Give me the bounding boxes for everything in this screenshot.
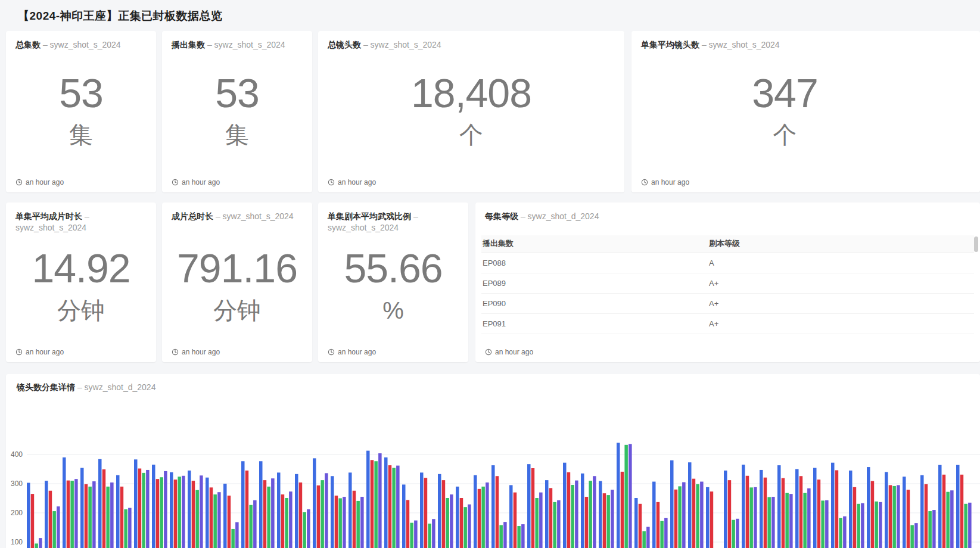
bar-green[interactable] (35, 543, 38, 548)
bar-green[interactable] (142, 473, 145, 548)
bar-purple[interactable] (646, 527, 650, 548)
bar-red[interactable] (567, 472, 571, 548)
bar-green[interactable] (410, 523, 413, 548)
bar-red[interactable] (478, 489, 481, 548)
bar-green[interactable] (249, 505, 253, 548)
bar-green[interactable] (964, 504, 967, 548)
bar-red[interactable] (371, 460, 374, 548)
bar-blue[interactable] (599, 481, 602, 548)
bar-red[interactable] (67, 481, 70, 548)
bar-blue[interactable] (313, 458, 316, 548)
bar-green[interactable] (767, 497, 771, 548)
bar-red[interactable] (210, 487, 213, 548)
bar-red[interactable] (424, 478, 428, 548)
bar-purple[interactable] (754, 487, 757, 548)
bar-red[interactable] (960, 475, 964, 548)
bar-purple[interactable] (74, 479, 78, 548)
bar-green[interactable] (267, 487, 270, 548)
bar-green[interactable] (642, 531, 646, 548)
bar-blue[interactable] (545, 480, 549, 548)
bar-purple[interactable] (539, 493, 543, 548)
bar-red[interactable] (85, 484, 88, 548)
bar-purple[interactable] (897, 485, 900, 548)
bar-blue[interactable] (849, 471, 853, 548)
bar-blue[interactable] (688, 462, 692, 548)
bar-blue[interactable] (63, 457, 66, 548)
bar-purple[interactable] (486, 482, 489, 548)
bar-red[interactable] (496, 476, 499, 548)
bar-purple[interactable] (57, 506, 60, 548)
bar-blue[interactable] (116, 475, 120, 548)
bar-red[interactable] (335, 496, 338, 548)
bar-red[interactable] (156, 479, 160, 548)
bar-green[interactable] (124, 509, 127, 548)
bar-green[interactable] (589, 481, 592, 548)
bar-blue[interactable] (45, 481, 48, 548)
bar-purple[interactable] (360, 497, 364, 548)
bar-purple[interactable] (629, 444, 632, 548)
bar-purple[interactable] (521, 524, 525, 548)
bar-green[interactable] (195, 490, 199, 548)
bar-red[interactable] (692, 479, 696, 548)
bar-green[interactable] (70, 481, 74, 548)
bar-purple[interactable] (843, 516, 847, 548)
bar-green[interactable] (374, 461, 378, 548)
bar-purple[interactable] (289, 491, 293, 548)
column-header-episode[interactable]: 播出集数 (481, 235, 708, 253)
bar-red[interactable] (764, 478, 767, 548)
bar-purple[interactable] (182, 476, 185, 548)
bar-purple[interactable] (468, 505, 471, 548)
bar-green[interactable] (392, 468, 396, 548)
bar-green[interactable] (803, 493, 807, 548)
bar-purple[interactable] (950, 490, 954, 548)
bar-red[interactable] (31, 494, 35, 548)
bar-green[interactable] (678, 486, 682, 548)
bar-green[interactable] (535, 498, 539, 548)
bar-purple[interactable] (307, 509, 310, 548)
bar-red[interactable] (871, 481, 875, 548)
bar-blue[interactable] (777, 465, 781, 548)
bar-green[interactable] (463, 507, 467, 548)
bar-blue[interactable] (563, 463, 567, 548)
bar-blue[interactable] (420, 472, 424, 548)
bar-green[interactable] (624, 445, 628, 548)
bar-green[interactable] (553, 502, 556, 548)
bar-purple[interactable] (253, 500, 257, 548)
bar-green[interactable] (356, 501, 360, 548)
bar-blue[interactable] (438, 474, 441, 548)
bar-purple[interactable] (771, 497, 775, 548)
bar-blue[interactable] (527, 464, 531, 548)
bar-purple[interactable] (611, 490, 614, 548)
bar-blue[interactable] (634, 498, 638, 548)
bar-red[interactable] (353, 491, 356, 548)
bar-green[interactable] (875, 502, 878, 548)
column-header-grade[interactable]: 剧本等级 (708, 235, 974, 253)
bar-purple[interactable] (271, 478, 275, 548)
bar-blue[interactable] (581, 474, 584, 548)
bar-red[interactable] (281, 494, 285, 548)
bar-green[interactable] (946, 492, 950, 548)
bar-blue[interactable] (241, 461, 245, 548)
bar-purple[interactable] (200, 475, 203, 548)
bar-blue[interactable] (80, 468, 84, 548)
bar-green[interactable] (660, 521, 664, 548)
bar-blue[interactable] (223, 484, 227, 548)
bar-purple[interactable] (325, 473, 328, 548)
bar-purple[interactable] (593, 476, 596, 548)
bar-blue[interactable] (188, 471, 191, 548)
bar-green[interactable] (499, 525, 503, 548)
bar-blue[interactable] (152, 465, 155, 548)
bar-blue[interactable] (938, 465, 942, 548)
bar-red[interactable] (228, 496, 231, 548)
bar-purple[interactable] (343, 497, 346, 548)
bar-blue[interactable] (652, 482, 656, 548)
bar-blue[interactable] (456, 487, 459, 548)
bar-blue[interactable] (349, 472, 352, 548)
bar-blue[interactable] (277, 472, 281, 548)
bar-blue[interactable] (867, 467, 870, 548)
bar-purple[interactable] (217, 492, 221, 548)
bar-red[interactable] (621, 472, 624, 548)
bar-purple[interactable] (378, 453, 382, 548)
bar-red[interactable] (514, 493, 517, 548)
bar-purple[interactable] (825, 500, 829, 548)
